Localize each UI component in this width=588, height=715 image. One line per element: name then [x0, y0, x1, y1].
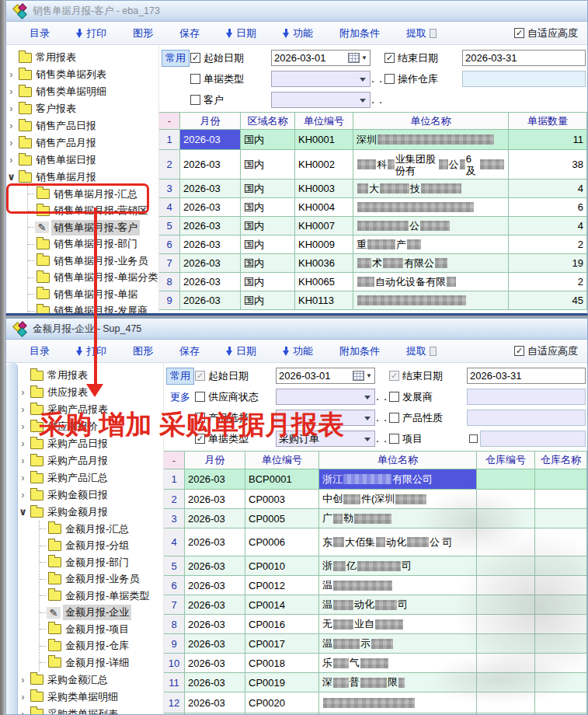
- chevron-right-icon[interactable]: ›: [6, 105, 16, 113]
- cell-unit-name[interactable]: [353, 291, 509, 309]
- table-cell[interactable]: 2026-03: [185, 469, 245, 489]
- tree-item-采购类单据列表[interactable]: ›采购类单据列表: [18, 706, 163, 715]
- table-row[interactable]: 42026-03国内KH00046: [159, 198, 587, 217]
- column-header-区域名称[interactable]: 区域名称: [241, 113, 295, 129]
- dropdown-input[interactable]: [276, 389, 375, 405]
- table-cell[interactable]: 4: [509, 180, 587, 197]
- table-row[interactable]: 32026-03CP0005广勒: [164, 509, 587, 528]
- checkbox-单据类型[interactable]: [195, 434, 205, 444]
- chevron-right-icon[interactable]: ›: [18, 491, 28, 499]
- chevron-down-icon[interactable]: ∨: [6, 173, 16, 181]
- chevron-right-icon[interactable]: ›: [6, 139, 16, 147]
- table-cell[interactable]: 4: [509, 217, 587, 235]
- table-row[interactable]: 32026-03国内KH0003大技4: [159, 180, 587, 198]
- table-cell[interactable]: 国内: [241, 150, 295, 179]
- column-header-index[interactable]: -: [164, 452, 185, 469]
- dropdown-input[interactable]: [271, 71, 371, 87]
- tree-item-金额月报-企业[interactable]: ✎金额月报-企业: [40, 605, 163, 622]
- more-link[interactable]: 更多: [170, 390, 190, 404]
- table-cell[interactable]: 4: [159, 198, 180, 216]
- table-cell[interactable]: BCP0001: [245, 469, 319, 489]
- table-cell[interactable]: KH0001: [295, 130, 353, 149]
- cell-unit-name[interactable]: 自动化设备有限: [353, 273, 509, 291]
- chevron-right-icon[interactable]: ›: [18, 474, 28, 482]
- table-cell[interactable]: 6: [159, 235, 180, 253]
- calendar-dropdown-icon[interactable]: ▼: [348, 53, 367, 63]
- table-cell[interactable]: [535, 673, 587, 692]
- chevron-right-icon[interactable]: ›: [6, 71, 16, 78]
- autofit-height-toggle[interactable]: 自适应高度: [514, 344, 578, 358]
- table-cell[interactable]: 7: [164, 595, 185, 614]
- table-cell[interactable]: 1: [164, 469, 185, 489]
- tree-item-常用报表[interactable]: 常用报表: [18, 367, 163, 384]
- chevron-right-icon[interactable]: ›: [18, 710, 28, 715]
- table-row[interactable]: 62026-03CP0012温: [164, 576, 587, 595]
- filter-value-field[interactable]: [467, 389, 586, 405]
- table-cell[interactable]: 12: [164, 692, 185, 713]
- table-cell[interactable]: 2026-03: [180, 180, 241, 197]
- table-cell[interactable]: KH0009: [295, 235, 353, 253]
- table-cell[interactable]: CP0020: [245, 692, 319, 713]
- table-cell[interactable]: 2026-03: [185, 692, 245, 713]
- filter-check-单据类型[interactable]: 单据类型: [195, 432, 276, 446]
- table-cell[interactable]: CP0017: [245, 634, 319, 653]
- chevron-right-icon[interactable]: ›: [6, 122, 16, 130]
- column-header-月份[interactable]: 月份: [180, 113, 241, 129]
- toolbar-item-图形[interactable]: 图形: [133, 344, 153, 358]
- table-cell[interactable]: 8: [164, 615, 185, 633]
- table-cell[interactable]: [185, 713, 245, 714]
- filter-check-操作仓库[interactable]: 操作仓库: [384, 72, 462, 86]
- filter-value-field[interactable]: [467, 410, 586, 426]
- table-row[interactable]: 122026-03CP0020: [164, 692, 587, 713]
- table-cell[interactable]: 3: [164, 509, 185, 528]
- table-cell[interactable]: [477, 556, 535, 575]
- table-cell[interactable]: [535, 713, 587, 714]
- toolbar-item-打印[interactable]: 打印: [76, 344, 106, 358]
- table-row[interactable]: 92026-03CP0017温示: [164, 634, 587, 654]
- table-cell[interactable]: KH0002: [295, 150, 353, 179]
- table-cell[interactable]: 2026-03: [180, 150, 241, 179]
- table-cell[interactable]: 11: [509, 130, 587, 149]
- tree-item-金额月报-汇总[interactable]: 金额月报-汇总: [40, 521, 163, 538]
- tree-item-供应报表[interactable]: ›供应报表: [18, 384, 163, 401]
- table-cell[interactable]: 2026-03: [180, 235, 241, 253]
- table-cell[interactable]: [477, 713, 535, 714]
- table-cell[interactable]: 9: [159, 291, 180, 309]
- tree-item-金额月报-详细[interactable]: 金额月报-详细: [40, 654, 163, 671]
- toolbar-item-功能[interactable]: 功能: [283, 344, 313, 358]
- tree-item-供应商报价[interactable]: ›供应商报价: [18, 418, 163, 435]
- table-cell[interactable]: 2026-03: [185, 673, 245, 692]
- autofit-checkbox[interactable]: [514, 346, 524, 356]
- column-header-index[interactable]: -: [159, 113, 180, 129]
- toolbar-item-附加条件[interactable]: 附加条件: [339, 26, 380, 40]
- column-header-月份[interactable]: 月份: [185, 452, 245, 469]
- cell-unit-name[interactable]: 科业集团股份有公6 及: [353, 150, 509, 179]
- cell-unit-name[interactable]: 大技: [353, 180, 509, 197]
- column-header-仓库编号[interactable]: 仓库编号: [477, 452, 535, 469]
- checkbox-起始日期[interactable]: [195, 371, 205, 381]
- tree-item-销售单据月报-单据[interactable]: 销售单据月报-单据: [28, 286, 158, 303]
- filter-value-field[interactable]: [462, 71, 586, 87]
- tree-item-销售单据月报-汇总[interactable]: 销售单据月报-汇总: [28, 186, 158, 203]
- table-cell[interactable]: 8: [159, 273, 180, 291]
- tree-item-销售单据月报-部门[interactable]: 销售单据月报-部门: [28, 236, 158, 253]
- table-cell[interactable]: KH0007: [295, 217, 353, 235]
- common-tab-button[interactable]: 常用: [166, 368, 194, 385]
- filter-check-结束日期[interactable]: 结束日期: [384, 51, 462, 65]
- tree-item-销售类单据明细[interactable]: ›销售类单据明细: [6, 83, 158, 100]
- dropdown-input[interactable]: [271, 92, 371, 108]
- table-cell[interactable]: 国内: [241, 254, 295, 272]
- chevron-right-icon[interactable]: ›: [18, 423, 28, 431]
- table-cell[interactable]: 7: [159, 254, 180, 272]
- table-cell[interactable]: [477, 692, 535, 713]
- column-header-单据数量[interactable]: 单据数量: [509, 113, 587, 129]
- checkbox-单据类型[interactable]: [190, 74, 200, 84]
- table-row[interactable]: 52026-03CP0010浙亿司: [164, 556, 587, 576]
- table-row[interactable]: 82026-03CP0016无业自: [164, 615, 587, 634]
- table-cell[interactable]: 2026-03: [185, 556, 245, 575]
- table-cell[interactable]: 2026-03: [185, 528, 245, 556]
- cell-unit-name[interactable]: 温: [319, 576, 477, 595]
- table-cell[interactable]: CP0016: [245, 615, 319, 633]
- tree-item-销售产品日报[interactable]: ›销售产品日报: [6, 117, 158, 134]
- tree-item-采购金额月报[interactable]: ∨采购金额月报: [18, 504, 163, 521]
